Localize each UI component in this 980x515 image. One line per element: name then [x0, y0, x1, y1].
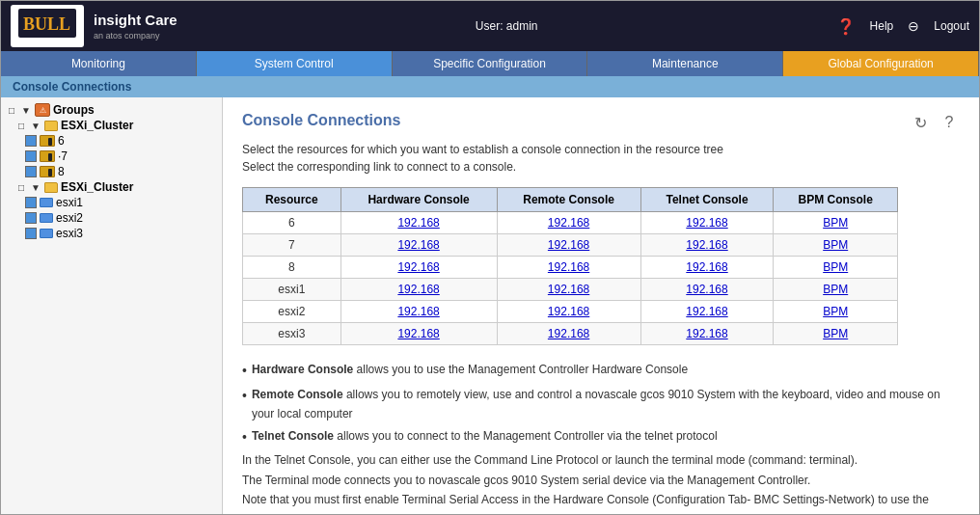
help-content-icon[interactable]: ? — [939, 112, 960, 133]
cell-telnet: 192.168 — [640, 234, 774, 257]
table-row: esxi2192.168192.168192.168BPM — [243, 301, 898, 323]
cell-telnet: 192.168 — [640, 279, 774, 301]
cell-bpm: BPM — [774, 257, 898, 279]
cell-bpm: BPM — [774, 323, 898, 345]
hardware-link[interactable]: 192.168 — [397, 283, 439, 296]
remote-link[interactable]: 192.168 — [548, 216, 589, 230]
company-sub: an atos company — [94, 31, 160, 41]
cluster1-folder-icon — [44, 121, 58, 131]
app-title-area: insight Care an atos company — [94, 12, 177, 41]
node7-label: ·7 — [58, 149, 68, 163]
node6-checkbox[interactable] — [25, 135, 37, 147]
expand-groups-icon: □ — [6, 104, 17, 116]
cell-remote: 192.168 — [497, 323, 640, 345]
remote-link[interactable]: 192.168 — [548, 283, 589, 296]
header: BULL insight Care an atos company User: … — [1, 1, 979, 51]
hardware-link[interactable]: 192.168 — [397, 305, 439, 318]
esxi2-checkbox[interactable] — [25, 212, 37, 224]
tab-maintenance[interactable]: Maintenance — [587, 51, 783, 76]
cell-resource: 8 — [243, 257, 341, 279]
telnet-text: allows you to connect to the Management … — [334, 429, 718, 443]
bpm-link[interactable]: BPM — [823, 238, 848, 252]
remote-link[interactable]: 192.168 — [548, 305, 589, 318]
telnet-extra3: Note that you must first enable Terminal… — [242, 490, 960, 514]
expand-cluster2-icon: □ — [15, 181, 27, 193]
node8-checkbox[interactable] — [25, 166, 37, 177]
hw-text: allows you to use the Management Control… — [353, 363, 688, 376]
user-info: User: admin — [476, 19, 538, 33]
esxi3-checkbox[interactable] — [25, 228, 37, 239]
app-title: insight Care — [94, 12, 177, 28]
esxi2-vm-icon — [40, 213, 53, 223]
groups-label: Groups — [53, 103, 95, 117]
hw-info-text: Hardware Console allows you to use the M… — [252, 360, 688, 383]
th-remote: Remote Console — [497, 188, 640, 212]
node7-checkbox[interactable] — [25, 150, 37, 162]
telnet-link[interactable]: 192.168 — [686, 305, 727, 318]
telnet-link[interactable]: 192.168 — [686, 216, 727, 230]
refresh-icon[interactable]: ↻ — [910, 112, 931, 133]
telnet-bullet: • — [242, 426, 247, 449]
telnet-link[interactable]: 192.168 — [686, 260, 727, 274]
tree-node8[interactable]: 8 — [6, 164, 217, 179]
console-table: Resource Hardware Console Remote Console… — [242, 187, 898, 345]
tab-monitoring[interactable]: Monitoring — [1, 51, 197, 76]
node7-server-icon — [40, 150, 55, 162]
remote-link[interactable]: 192.168 — [548, 238, 589, 252]
hardware-link[interactable]: 192.168 — [397, 216, 439, 230]
remote-link[interactable]: 192.168 — [548, 260, 589, 274]
hardware-link[interactable]: 192.168 — [397, 260, 439, 274]
content-description: Select the resources for which you want … — [242, 141, 960, 176]
expand-cluster1-icon: □ — [15, 120, 27, 131]
tab-specific-config[interactable]: Specific Configuration — [393, 51, 588, 76]
logo-box: BULL — [11, 5, 84, 47]
tree-node7[interactable]: ·7 — [6, 149, 217, 164]
content-header: Console Connections ↻ ? — [242, 112, 960, 133]
esxi1-checkbox[interactable] — [25, 197, 37, 208]
help-button[interactable]: Help — [870, 19, 894, 33]
cell-hardware: 192.168 — [340, 257, 497, 279]
bpm-link[interactable]: BPM — [823, 216, 848, 230]
sidebar: □ ▼ ⚠ Groups □ ▼ ESXi_Cluster 6 — [1, 97, 223, 514]
bpm-link[interactable]: BPM — [823, 327, 848, 340]
table-row: 8192.168192.168192.168BPM — [243, 257, 898, 279]
cell-remote: 192.168 — [497, 257, 640, 279]
tree-esxi-cluster1[interactable]: □ ▼ ESXi_Cluster — [6, 118, 217, 133]
remote-link[interactable]: 192.168 — [548, 327, 589, 340]
tab-system-control[interactable]: System Control — [197, 51, 393, 76]
tree-esxi3[interactable]: esxi3 — [6, 226, 217, 241]
node8-server-icon — [40, 166, 55, 177]
header-icons: ↻ ? — [910, 112, 960, 133]
bpm-link[interactable]: BPM — [823, 305, 848, 318]
tree-node6[interactable]: 6 — [6, 133, 217, 149]
bull-logo: BULL — [18, 9, 76, 43]
th-hardware: Hardware Console — [340, 188, 497, 212]
hardware-link[interactable]: 192.168 — [397, 238, 439, 252]
hardware-link[interactable]: 192.168 — [397, 327, 439, 340]
cell-hardware: 192.168 — [340, 323, 497, 345]
bpm-link[interactable]: BPM — [823, 283, 848, 296]
bpm-link[interactable]: BPM — [823, 260, 848, 274]
tree-groups-root[interactable]: □ ▼ ⚠ Groups — [6, 102, 217, 118]
telnet-link[interactable]: 192.168 — [686, 283, 727, 296]
node8-label: 8 — [58, 165, 65, 178]
tree-esxi2[interactable]: esxi2 — [6, 210, 217, 226]
esxi2-label: esxi2 — [56, 211, 83, 225]
tab-global-config[interactable]: Global Configuration — [783, 51, 979, 76]
tree-esxi1[interactable]: esxi1 — [6, 195, 217, 210]
content-title: Console Connections — [242, 112, 400, 129]
header-actions: ❓ Help ⊖ Logout — [836, 17, 969, 36]
logout-button[interactable]: Logout — [934, 19, 969, 33]
remote-bullet: • — [242, 385, 247, 424]
telnet-link[interactable]: 192.168 — [686, 327, 727, 340]
telnet-bold: Telnet Console — [252, 429, 334, 443]
telnet-extra1: In the Telnet Console, you can either us… — [242, 450, 960, 470]
telnet-link[interactable]: 192.168 — [686, 238, 727, 252]
hw-console-info: • Hardware Console allows you to use the… — [242, 360, 960, 383]
cell-resource: esxi2 — [243, 301, 341, 323]
cell-resource: 6 — [243, 212, 341, 234]
cell-bpm: BPM — [774, 212, 898, 234]
cell-hardware: 192.168 — [340, 279, 497, 301]
tree-esxi-cluster2[interactable]: □ ▼ ESXi_Cluster — [6, 179, 217, 195]
logout-icon: ⊖ — [908, 18, 919, 34]
